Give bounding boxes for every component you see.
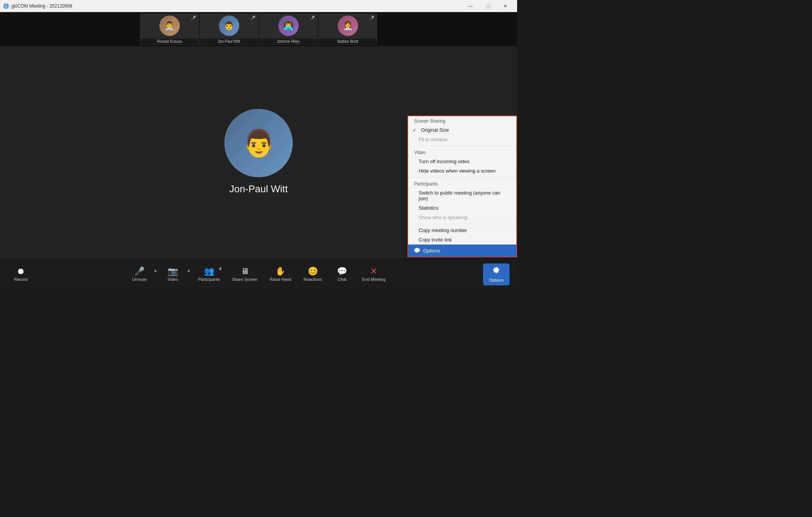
gear-icon [414,248,420,254]
microphone-icon: 🎤 [134,267,145,276]
share-screen-label: Share Screen [232,277,257,282]
menu-divider-2 [408,177,516,178]
menu-item-show-speaking-label: Show who is speaking [419,215,468,220]
video-button[interactable]: 📷 Video [160,264,186,285]
video-icon: 📷 [168,267,178,276]
menu-item-copy-invite-link[interactable]: Copy invite link [408,235,516,244]
menu-item-show-speaking: Show who is speaking [408,213,516,222]
raise-hand-button[interactable]: ✋ Raise Hand [264,264,296,285]
menu-header-screen-sharing: Screen Sharing [408,116,516,125]
menu-item-statistics[interactable]: Statistics [408,203,516,213]
title-bar-left: G gloCOM Meeting - 252120908 [3,3,72,9]
video-button-wrap: 📷 Video ▲ [160,264,192,285]
reactions-icon: 😊 [308,267,318,276]
menu-header-video: Video [408,148,516,157]
options-toolbar-label: Options [489,278,503,282]
reactions-label: Reactions [304,277,322,282]
main-speaker-name: Jon-Paul Witt [229,183,288,195]
participants-count-badge: 4 [219,266,221,271]
unmute-chevron[interactable]: ▲ [153,267,158,274]
svg-text:G: G [5,4,8,8]
participants-label: Participants [198,277,220,282]
mute-icon-4: 🎤̸ [369,16,374,20]
share-screen-icon: 🖥 [241,267,249,276]
reactions-button[interactable]: 😊 Reactions [298,264,327,285]
record-label: Record [14,277,27,282]
options-toolbar-button[interactable]: Options [483,263,510,285]
menu-divider-1 [408,146,516,146]
options-toolbar-icon [492,266,500,276]
participant-avatar-3: 👨‍💻 [278,16,299,36]
window-title: gloCOM Meeting - 252120908 [11,3,72,9]
participant-thumbnail-4[interactable]: 👩‍💼 🎤̸ Nadine Brett [318,14,377,45]
end-meeting-button[interactable]: ✕ End Meeting [357,264,391,285]
menu-item-fit-to-window-label: Fit to window [419,137,447,142]
participant-thumbnail-2[interactable]: 👨 🎤̸ Jon-Paul Witt [199,14,258,45]
check-icon-original-size: ✓ [413,128,416,133]
participant-avatar-1: 👨‍💼 [159,16,180,36]
participant-name-4: Nadine Brett [319,39,377,44]
end-meeting-icon: ✕ [370,267,377,276]
maximize-button[interactable]: ⬜ [479,0,497,12]
main-area: 👨‍💼 🎤̸ Ronald Krause 👨 🎤̸ Jon-Paul Witt … [0,12,517,257]
mute-icon-2: 🎤̸ [250,16,256,20]
avatar-face-4: 👩‍💼 [338,16,358,36]
avatar-face-3: 👨‍💻 [278,16,299,36]
end-meeting-label: End Meeting [362,277,386,282]
video-label: Video [168,277,178,282]
toolbar-right: Options [483,263,510,285]
unmute-button-wrap: 🎤 Unmute ▲ [126,264,158,285]
participant-name-3: Johnnie Riley [259,39,317,44]
avatar-face-2: 👨 [219,16,239,36]
mute-icon-3: 🎤̸ [310,16,315,20]
main-speaker: 👨 Jon-Paul Witt [224,109,293,195]
video-chevron[interactable]: ▲ [186,267,192,274]
participant-avatar-4: 👩‍💼 [338,16,358,36]
menu-item-copy-meeting-number-label: Copy meeting number [419,227,467,233]
participant-thumbnail-3[interactable]: 👨‍💻 🎤̸ Johnnie Riley [259,14,318,45]
menu-item-switch-to-public[interactable]: Switch to public meeting (anyone can joi… [408,188,516,203]
bottom-toolbar: ⏺ Record 🎤 Unmute ▲ 📷 Video ▲ 👥 Particip… [0,257,517,291]
participant-avatar-2: 👨 [219,16,239,36]
unmute-button[interactable]: 🎤 Unmute [126,264,153,285]
menu-divider-3 [408,224,516,224]
participant-name-1: Ronald Krause [140,39,198,44]
participants-icon: 👥 [204,267,214,276]
menu-item-hide-videos[interactable]: Hide videos when viewing a screen [408,166,516,176]
context-menu: Screen Sharing ✓ Original Size Fit to wi… [407,115,517,257]
share-screen-button[interactable]: 🖥 Share Screen [227,264,263,285]
minimize-button[interactable]: — [462,0,479,12]
chat-icon: 💬 [337,267,347,276]
participant-name-2: Jon-Paul Witt [200,39,258,44]
options-button[interactable]: Options [408,244,516,257]
menu-item-fit-to-window[interactable]: Fit to window [408,135,516,144]
mute-icon-1: 🎤̸ [191,16,196,20]
raise-hand-icon: ✋ [275,267,285,276]
menu-item-copy-meeting-number[interactable]: Copy meeting number [408,226,516,235]
menu-item-statistics-label: Statistics [419,205,438,211]
main-speaker-avatar-inner: 👨 [224,109,293,177]
avatar-face-1: 👨‍💼 [159,16,180,36]
toolbar-center: 🎤 Unmute ▲ 📷 Video ▲ 👥 Participants 4 🖥 … [126,264,391,285]
raise-hand-label: Raise Hand [270,277,291,282]
main-video-area: 👨 Jon-Paul Witt Screen Sharing ✓ Origina… [0,46,517,257]
close-button[interactable]: ✕ [497,0,514,12]
menu-item-turn-off-incoming-video[interactable]: Turn off incoming video [408,157,516,166]
menu-item-copy-invite-link-label: Copy invite link [419,237,452,243]
options-button-label: Options [423,248,440,254]
app-logo: G [3,3,9,9]
thumbnails-row: 👨‍💼 🎤̸ Ronald Krause 👨 🎤̸ Jon-Paul Witt … [0,12,517,46]
chat-button[interactable]: 💬 Chat [329,264,355,285]
menu-item-hide-videos-label: Hide videos when viewing a screen [419,168,496,174]
menu-header-participants: Participants [408,179,516,188]
menu-item-original-size[interactable]: ✓ Original Size [408,125,516,135]
title-bar: G gloCOM Meeting - 252120908 — ⬜ ✕ [0,0,517,12]
participant-thumbnail-1[interactable]: 👨‍💼 🎤̸ Ronald Krause [140,14,199,45]
menu-item-turn-off-incoming-video-label: Turn off incoming video [419,159,469,164]
participants-button-wrap: 👥 Participants 4 [193,264,225,285]
window-controls: — ⬜ ✕ [462,0,514,12]
menu-item-original-size-label: Original Size [421,127,449,133]
record-button[interactable]: ⏺ Record [8,264,34,285]
unmute-label: Unmute [132,277,147,282]
record-icon: ⏺ [17,267,25,276]
